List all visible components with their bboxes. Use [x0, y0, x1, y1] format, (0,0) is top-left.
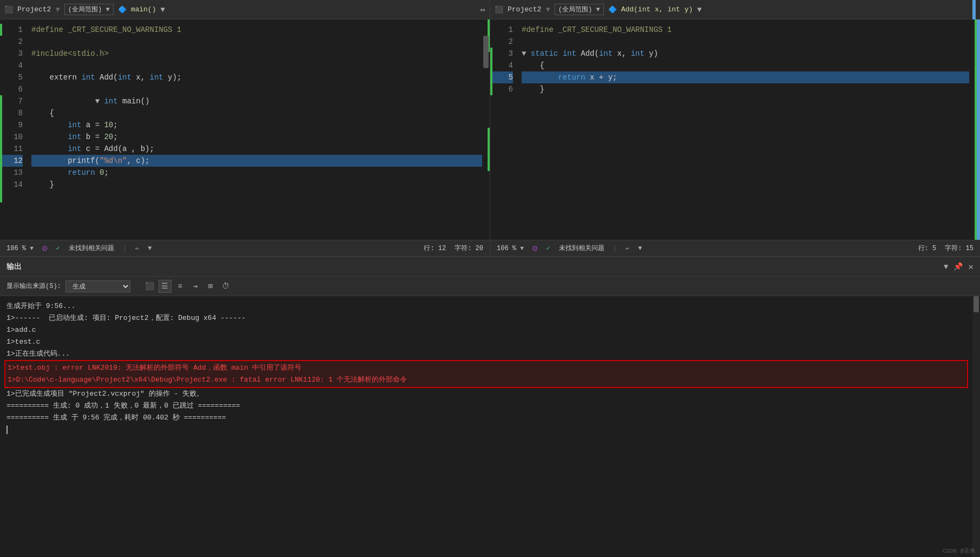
toolbar-icon-group[interactable]: ⊞: [204, 280, 217, 293]
right-code-line-5: return x + y;: [522, 71, 969, 83]
left-status-right: 行: 12 字符: 20: [424, 244, 483, 253]
left-project-icon: ⬛: [4, 5, 13, 14]
output-line-9: ========== 生成: 0 成功，1 失败，0 最新，0 已跳过 ====…: [6, 400, 966, 412]
output-line-2: 1>------ 已启动生成: 项目: Project2，配置: Debug x…: [6, 312, 966, 324]
left-code-content[interactable]: #define _CRT_SECURE_NO_WARNINGS 1 #inclu…: [29, 19, 482, 240]
code-line-10: int b = 20;: [31, 131, 482, 143]
output-header: 输出 ▼ 📌 ✕: [0, 257, 980, 277]
right-status-check: ✓: [546, 244, 550, 252]
left-tab-separator1: ▼: [55, 5, 60, 14]
left-scrollbar[interactable]: [482, 19, 490, 240]
output-line-3: 1>add.c: [6, 324, 966, 336]
output-content-wrapper: 生成开始于 9:56... 1>------ 已启动生成: 项目: Projec…: [0, 296, 980, 557]
left-col-info: 字符: 20: [455, 244, 483, 253]
right-expand-bar[interactable]: [977, 19, 980, 240]
output-toolbar: 显示输出来源(S): 生成 ⬛ ☰ ≡ ⇥ ⊞ ⏱: [0, 277, 980, 296]
right-project-icon: ⬛: [495, 5, 503, 14]
right-tab-bar: ⬛ Project2 ▼ (全局范围) ▼ 🔷 Add(int x, int y…: [490, 0, 980, 19]
left-status-check: ✓: [56, 244, 60, 252]
csdn-watermark: CSDN @圣鱼: [942, 547, 976, 555]
right-scope-select[interactable]: (全局范围) ▼: [555, 4, 604, 15]
output-line-5: 1>正在生成代码...: [6, 348, 966, 360]
toolbar-icon-list[interactable]: ☰: [159, 280, 172, 293]
left-code-wrapper: 12345 678910 1112 1314 #define _CRT_SECU…: [0, 19, 490, 240]
editors-container: ⬛ Project2 ▼ (全局范围) ▼ 🔷 main() ▼ ⇔: [0, 0, 980, 257]
output-close-icon[interactable]: ✕: [968, 261, 974, 272]
right-format-icon[interactable]: ✏: [626, 244, 629, 252]
output-controls: ▼ 📌 ✕: [944, 261, 974, 272]
right-scrollbar[interactable]: [969, 19, 977, 240]
code-line-3: #include<stdio.h>: [31, 48, 482, 60]
right-status-bar: 106 % ▼ ⚙ ✓ 未找到相关问题 | ✏ ▼ 行: 5 字符: 15: [490, 240, 980, 256]
right-status-separator: |: [613, 245, 617, 252]
right-function-icon: 🔷: [608, 5, 617, 14]
right-row-info: 行: 5: [918, 244, 937, 253]
code-line-13: return 0;: [31, 167, 482, 179]
code-line-12: printf("%d\n", c);: [31, 155, 482, 167]
output-line-8: 1>已完成生成项目 "Project2.vcxproj" 的操作 - 失败。: [6, 388, 966, 400]
code-line-8: {: [31, 107, 482, 119]
left-function-icon: 🔷: [118, 5, 127, 14]
output-panel: 输出 ▼ 📌 ✕ 显示输出来源(S): 生成 ⬛ ☰ ≡ ⇥ ⊞ ⏱: [0, 257, 980, 557]
output-source-label: 显示输出来源(S):: [6, 281, 61, 291]
output-scrollbar[interactable]: [972, 296, 980, 557]
code-line-4: [31, 60, 482, 71]
output-dropdown-icon[interactable]: ▼: [944, 263, 948, 271]
right-zoom-level[interactable]: 106 % ▼: [497, 245, 524, 252]
right-indicator-bar: [490, 19, 492, 240]
left-function-name[interactable]: main(): [131, 5, 156, 14]
left-zoom-level[interactable]: 106 % ▼: [6, 245, 34, 252]
left-indicator-bar: [0, 19, 2, 240]
output-line-10: ========== 生成 于 9:56 完成，耗时 00.402 秒 ====…: [6, 412, 966, 424]
toolbar-icon-align-left[interactable]: ⬛: [143, 280, 156, 293]
output-error-line-1: 1>test.obj : error LNK2019: 无法解析的外部符号 Ad…: [8, 362, 965, 374]
right-status-right: 行: 5 字符: 15: [918, 244, 974, 253]
left-status-separator: |: [123, 245, 127, 252]
right-code-line-3: ▼ static int Add(int x, int y): [522, 48, 969, 60]
right-code-line-6: }: [522, 83, 969, 95]
right-status-info: 未找到相关问题: [559, 244, 604, 253]
right-tab-separator1: ▼: [545, 5, 550, 14]
right-project-name: Project2: [508, 5, 541, 14]
toolbar-icon-indent[interactable]: ⇥: [189, 280, 202, 293]
output-pin-icon[interactable]: 📌: [953, 262, 963, 271]
left-tab-bar: ⬛ Project2 ▼ (全局范围) ▼ 🔷 main() ▼ ⇔: [0, 0, 490, 19]
right-code-wrapper: 1234 5 6 #define _CRT_SECURE_NO_WARNINGS…: [490, 19, 980, 240]
left-split-icon[interactable]: ⇔: [480, 4, 485, 15]
code-line-5: extern int Add(int x, int y);: [31, 71, 482, 83]
left-line-numbers: 12345 678910 1112 1314: [2, 19, 29, 240]
left-status-info: 未找到相关问题: [69, 244, 114, 253]
left-scope-select[interactable]: (全局范围) ▼: [64, 4, 114, 15]
right-code-line-4: {: [522, 60, 969, 71]
right-code-content[interactable]: #define _CRT_SECURE_NO_WARNINGS 1 ▼ stat…: [519, 19, 969, 240]
left-function-dropdown[interactable]: ▼: [160, 5, 165, 14]
right-function-name[interactable]: Add(int x, int y): [621, 5, 693, 14]
output-line-1: 生成开始于 9:56...: [6, 300, 966, 312]
output-content[interactable]: 生成开始于 9:56... 1>------ 已启动生成: 项目: Projec…: [0, 296, 972, 557]
code-line-2: [31, 36, 482, 48]
code-line-9: int a = 10;: [31, 119, 482, 131]
output-cursor: [6, 425, 8, 434]
left-intellisense-icon: ⚙: [42, 243, 48, 254]
left-row-info: 行: 12: [424, 244, 446, 253]
right-col-info: 字符: 15: [945, 244, 974, 253]
right-code-line-2: [522, 36, 969, 48]
right-editor-pane: ⬛ Project2 ▼ (全局范围) ▼ 🔷 Add(int x, int y…: [490, 0, 980, 256]
toolbar-icon-list2[interactable]: ≡: [174, 280, 187, 293]
left-project-name: Project2: [17, 5, 51, 14]
right-line-numbers: 1234 5 6: [492, 19, 519, 240]
left-format-icon[interactable]: ✏: [135, 244, 139, 252]
left-editor-pane: ⬛ Project2 ▼ (全局范围) ▼ 🔷 main() ▼ ⇔: [0, 0, 490, 256]
output-line-4: 1>test.c: [6, 336, 966, 348]
right-expand-indicator[interactable]: [972, 0, 976, 19]
output-source-select[interactable]: 生成: [65, 280, 130, 292]
output-error-line-2: 1>D:\Code\c-language\Project2\x64\Debug\…: [8, 374, 965, 386]
right-function-dropdown[interactable]: ▼: [697, 5, 701, 14]
toolbar-icon-clock[interactable]: ⏱: [219, 280, 232, 293]
code-line-1: #define _CRT_SECURE_NO_WARNINGS 1: [31, 24, 482, 36]
code-line-14: }: [31, 179, 482, 191]
left-status-bar: 106 % ▼ ⚙ ✓ 未找到相关问题 | ✏ ▼ 行: 12 字符: 20: [0, 240, 490, 256]
right-intellisense-icon: ⚙: [532, 243, 538, 254]
right-code-line-1: #define _CRT_SECURE_NO_WARNINGS 1: [522, 24, 969, 36]
output-toolbar-icons: ⬛ ☰ ≡ ⇥ ⊞ ⏱: [143, 280, 232, 293]
